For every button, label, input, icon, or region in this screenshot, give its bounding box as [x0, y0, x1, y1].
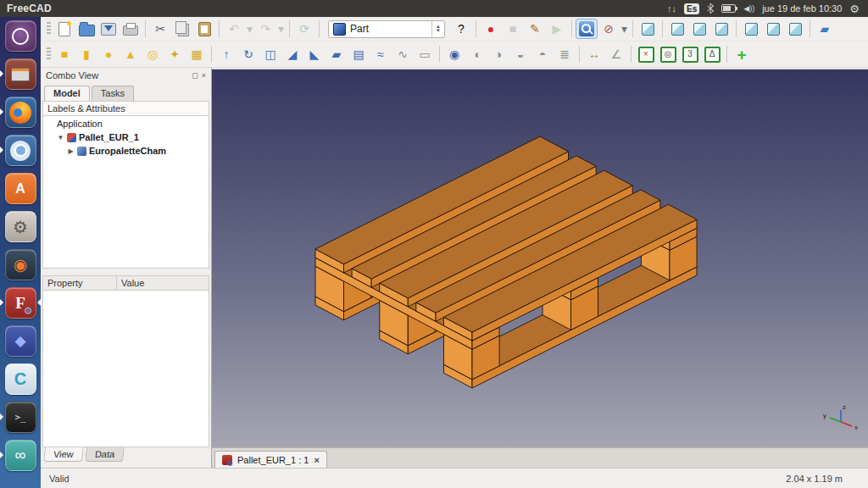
macro-edit-button[interactable]: ✎ [524, 19, 546, 39]
make-face-button[interactable]: ▰ [326, 44, 348, 64]
battery-icon[interactable] [721, 4, 736, 13]
paste-button[interactable] [193, 19, 215, 39]
section-button[interactable]: ◓ [531, 44, 554, 64]
clock-indicator[interactable]: jue 19 de feb 10:30 [762, 3, 842, 14]
launcher-item-dash[interactable] [0, 20, 41, 54]
front-view-button[interactable] [666, 19, 688, 39]
fit-all-button[interactable] [576, 19, 598, 39]
loft-button[interactable]: ≈ [370, 44, 392, 64]
open-button[interactable] [75, 19, 97, 39]
add-macro-button[interactable]: + [731, 44, 753, 64]
launcher-item-blender[interactable] [0, 249, 41, 283]
measure-button[interactable]: ▰ [814, 19, 836, 39]
undo-button[interactable]: ↶ [223, 19, 245, 39]
extrude-button[interactable]: ↑ [215, 44, 237, 64]
sphere-button[interactable]: ● [97, 44, 120, 64]
launcher-item-meshlab[interactable] [0, 325, 41, 359]
draw-style-button[interactable]: ⊘ [598, 19, 620, 39]
boolean-button[interactable]: ◉ [443, 44, 465, 64]
tree-expander-icon[interactable]: ▼ [57, 134, 64, 141]
chamfer-button[interactable]: ◣ [303, 44, 326, 64]
svg-text:z: z [843, 403, 846, 411]
launcher-item-software-center[interactable] [0, 173, 41, 207]
new-document-button[interactable] [53, 19, 75, 39]
session-gear-icon[interactable]: ⚙ [849, 3, 860, 15]
launcher-item-files[interactable] [0, 58, 41, 92]
tree-item-pallet-eur-1[interactable]: ▼Pallet_EUR_1 [43, 130, 209, 144]
cut-button[interactable]: ✂ [149, 19, 171, 39]
property-table-body[interactable] [42, 291, 209, 447]
launcher-item-arduino[interactable] [0, 440, 41, 474]
fillet-button[interactable]: ◢ [281, 44, 303, 64]
whats-this-button[interactable]: ? [450, 19, 472, 39]
launcher-item-terminal[interactable] [0, 402, 41, 435]
revolve-button[interactable]: ↻ [237, 44, 259, 64]
combo-view-titlebar[interactable]: Combo View ◻ × [41, 68, 211, 83]
sweep-button[interactable]: ∿ [392, 44, 414, 64]
measure-toggle-delta-button[interactable]: Δ [701, 44, 723, 64]
document-tab-pallet[interactable]: Pallet_EUR_1 : 1 × [214, 451, 327, 468]
shape-builder-button[interactable]: ▦ [186, 44, 208, 64]
print-button[interactable] [120, 19, 142, 39]
torus-button[interactable]: ◎ [142, 44, 164, 64]
indicator-tray: ↑↓ Es ◀)) jue 19 de feb 10:30 ⚙ [667, 3, 868, 15]
tree-item-europalettecham[interactable]: ▶EuropaletteCham [43, 144, 209, 158]
dock-float-button[interactable]: ◻ [192, 72, 198, 80]
workbench-spinner[interactable]: ▲▼ [431, 21, 444, 37]
refresh-button[interactable]: ⟳ [293, 19, 315, 39]
macro-record-button[interactable]: ● [480, 19, 502, 39]
mirror-button[interactable]: ◫ [259, 44, 281, 64]
right-view-button[interactable] [710, 19, 732, 39]
volume-icon[interactable]: ◀)) [743, 4, 754, 13]
cut-boolean-button[interactable]: ◖ [465, 44, 487, 64]
cone-button[interactable]: ▲ [120, 44, 142, 64]
launcher-item-chromium[interactable] [0, 135, 41, 169]
close-document-icon[interactable]: × [314, 455, 319, 465]
macro-stop-button[interactable]: ■ [502, 19, 524, 39]
tree-root-application[interactable]: Application [43, 117, 209, 130]
measure-toggle-3d-button[interactable]: 3 [679, 44, 701, 64]
toolbar-grip[interactable] [47, 47, 51, 61]
dock-close-button[interactable]: × [202, 72, 206, 80]
toolbar-grip[interactable] [47, 22, 51, 36]
launcher-item-firefox[interactable] [0, 97, 41, 130]
launcher-item-freecad[interactable] [0, 287, 41, 321]
rear-view-button[interactable] [740, 19, 762, 39]
tab-model[interactable]: Model [44, 86, 90, 101]
tab-data[interactable]: Data [85, 447, 125, 462]
axonometric-view-button[interactable] [637, 19, 659, 39]
primitives-button[interactable]: ✦ [164, 44, 186, 64]
thickness-button[interactable]: ▭ [414, 44, 436, 64]
tree-expander-icon[interactable]: ▶ [67, 147, 75, 155]
box-button[interactable]: ■ [53, 44, 75, 64]
macro-play-button[interactable]: ▶ [546, 19, 568, 39]
left-view-button[interactable] [784, 19, 806, 39]
launcher-item-system-settings[interactable] [0, 211, 41, 245]
top-view-button[interactable] [688, 19, 710, 39]
tab-tasks[interactable]: Tasks [92, 86, 134, 101]
redo-dropdown[interactable]: ▾ [276, 19, 286, 39]
bottom-view-button[interactable] [762, 19, 784, 39]
intersection-button[interactable]: ◒ [509, 44, 531, 64]
redo-button[interactable]: ↷ [254, 19, 276, 39]
measure-clear-all-button[interactable]: × [635, 44, 657, 64]
measure-angular-button[interactable]: ∠ [605, 44, 627, 64]
measure-linear-button[interactable]: ↔ [583, 44, 605, 64]
network-arrows-icon[interactable]: ↑↓ [667, 3, 676, 14]
3d-viewport[interactable]: zxy [212, 69, 868, 448]
bluetooth-icon[interactable] [707, 3, 714, 14]
save-button[interactable] [97, 19, 120, 39]
tab-view[interactable]: View [43, 447, 83, 462]
cylinder-button[interactable]: ▮ [75, 44, 97, 64]
undo-dropdown[interactable]: ▾ [245, 19, 254, 39]
measure-toggle-all-button[interactable]: ◎ [657, 44, 679, 64]
copy-button[interactable] [171, 19, 193, 39]
panel-splitter[interactable] [41, 269, 211, 275]
cross-sections-button[interactable]: ≣ [554, 44, 576, 64]
draw-style-dropdown[interactable]: ▾ [620, 19, 629, 39]
union-button[interactable]: ◑ [487, 44, 509, 64]
keyboard-layout-indicator[interactable]: Es [684, 3, 699, 14]
launcher-item-cura[interactable] [0, 363, 41, 397]
workbench-selector[interactable]: Part▲▼ [328, 20, 445, 38]
ruled-surface-button[interactable]: ▤ [348, 44, 370, 64]
